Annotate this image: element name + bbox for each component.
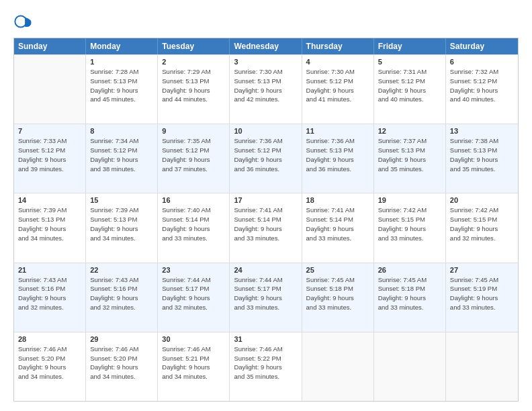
day-number: 2 — [162, 58, 225, 66]
day-number: 25 — [306, 266, 369, 274]
day-number: 14 — [18, 196, 81, 204]
calendar-row-1: 1Sunrise: 7:28 AM Sunset: 5:13 PM Daylig… — [14, 54, 518, 124]
day-info: Sunrise: 7:42 AM Sunset: 5:15 PM Dayligh… — [378, 205, 441, 242]
empty-cell — [302, 332, 374, 401]
day-info: Sunrise: 7:46 AM Sunset: 5:20 PM Dayligh… — [90, 345, 153, 381]
day-number: 18 — [306, 196, 369, 204]
day-number: 28 — [18, 335, 81, 343]
day-number: 1 — [90, 58, 153, 66]
day-info: Sunrise: 7:40 AM Sunset: 5:14 PM Dayligh… — [162, 205, 225, 242]
calendar-header: SundayMondayTuesdayWednesdayThursdayFrid… — [14, 38, 518, 54]
day-info: Sunrise: 7:46 AM Sunset: 5:21 PM Dayligh… — [162, 345, 225, 381]
day-cell-29: 29Sunrise: 7:46 AM Sunset: 5:20 PM Dayli… — [86, 332, 158, 401]
day-info: Sunrise: 7:36 AM Sunset: 5:13 PM Dayligh… — [306, 136, 369, 173]
day-cell-3: 3Sunrise: 7:30 AM Sunset: 5:13 PM Daylig… — [230, 55, 302, 124]
day-info: Sunrise: 7:45 AM Sunset: 5:18 PM Dayligh… — [306, 275, 369, 312]
day-info: Sunrise: 7:44 AM Sunset: 5:17 PM Dayligh… — [234, 275, 297, 312]
day-number: 9 — [162, 127, 225, 135]
empty-cell — [374, 332, 446, 401]
day-number: 15 — [90, 196, 153, 204]
header-day-monday: Monday — [86, 38, 158, 54]
day-cell-2: 2Sunrise: 7:29 AM Sunset: 5:13 PM Daylig… — [158, 55, 230, 124]
calendar-row-5: 28Sunrise: 7:46 AM Sunset: 5:20 PM Dayli… — [14, 332, 518, 401]
day-info: Sunrise: 7:43 AM Sunset: 5:16 PM Dayligh… — [90, 275, 153, 312]
header-day-friday: Friday — [374, 38, 446, 54]
day-cell-22: 22Sunrise: 7:43 AM Sunset: 5:16 PM Dayli… — [86, 263, 158, 332]
day-info: Sunrise: 7:41 AM Sunset: 5:14 PM Dayligh… — [234, 205, 297, 242]
day-number: 22 — [90, 266, 153, 274]
day-info: Sunrise: 7:46 AM Sunset: 5:22 PM Dayligh… — [234, 345, 297, 381]
day-info: Sunrise: 7:44 AM Sunset: 5:17 PM Dayligh… — [162, 275, 225, 312]
calendar-row-2: 7Sunrise: 7:33 AM Sunset: 5:12 PM Daylig… — [14, 124, 518, 193]
day-info: Sunrise: 7:30 AM Sunset: 5:12 PM Dayligh… — [306, 67, 369, 104]
day-number: 21 — [18, 266, 81, 274]
header — [13, 12, 519, 31]
day-cell-11: 11Sunrise: 7:36 AM Sunset: 5:13 PM Dayli… — [302, 124, 374, 193]
day-number: 30 — [162, 335, 225, 343]
day-cell-14: 14Sunrise: 7:39 AM Sunset: 5:13 PM Dayli… — [14, 193, 86, 262]
day-info: Sunrise: 7:39 AM Sunset: 5:13 PM Dayligh… — [90, 205, 153, 242]
day-number: 4 — [306, 58, 369, 66]
day-number: 11 — [306, 127, 369, 135]
day-number: 10 — [234, 127, 297, 135]
day-info: Sunrise: 7:38 AM Sunset: 5:13 PM Dayligh… — [450, 136, 514, 173]
day-cell-13: 13Sunrise: 7:38 AM Sunset: 5:13 PM Dayli… — [446, 124, 518, 193]
header-day-thursday: Thursday — [302, 38, 374, 54]
day-number: 3 — [234, 58, 297, 66]
day-cell-27: 27Sunrise: 7:45 AM Sunset: 5:19 PM Dayli… — [446, 263, 518, 332]
day-number: 6 — [450, 58, 514, 66]
day-number: 13 — [450, 127, 514, 135]
day-cell-16: 16Sunrise: 7:40 AM Sunset: 5:14 PM Dayli… — [158, 193, 230, 262]
svg-point-0 — [15, 15, 26, 27]
day-cell-4: 4Sunrise: 7:30 AM Sunset: 5:12 PM Daylig… — [302, 55, 374, 124]
day-cell-8: 8Sunrise: 7:34 AM Sunset: 5:12 PM Daylig… — [86, 124, 158, 193]
day-info: Sunrise: 7:45 AM Sunset: 5:19 PM Dayligh… — [450, 275, 514, 312]
day-info: Sunrise: 7:39 AM Sunset: 5:13 PM Dayligh… — [18, 205, 81, 242]
day-info: Sunrise: 7:41 AM Sunset: 5:14 PM Dayligh… — [306, 205, 369, 242]
page: SundayMondayTuesdayWednesdayThursdayFrid… — [0, 0, 532, 411]
day-number: 31 — [234, 335, 297, 343]
day-cell-17: 17Sunrise: 7:41 AM Sunset: 5:14 PM Dayli… — [230, 193, 302, 262]
day-cell-24: 24Sunrise: 7:44 AM Sunset: 5:17 PM Dayli… — [230, 263, 302, 332]
day-cell-12: 12Sunrise: 7:37 AM Sunset: 5:13 PM Dayli… — [374, 124, 446, 193]
day-cell-28: 28Sunrise: 7:46 AM Sunset: 5:20 PM Dayli… — [14, 332, 86, 401]
day-number: 8 — [90, 127, 153, 135]
day-info: Sunrise: 7:43 AM Sunset: 5:16 PM Dayligh… — [18, 275, 81, 312]
empty-cell — [14, 55, 86, 124]
day-cell-18: 18Sunrise: 7:41 AM Sunset: 5:14 PM Dayli… — [302, 193, 374, 262]
day-number: 12 — [378, 127, 441, 135]
calendar-row-4: 21Sunrise: 7:43 AM Sunset: 5:16 PM Dayli… — [14, 263, 518, 332]
day-info: Sunrise: 7:31 AM Sunset: 5:12 PM Dayligh… — [378, 67, 441, 104]
calendar-row-3: 14Sunrise: 7:39 AM Sunset: 5:13 PM Dayli… — [14, 193, 518, 262]
day-info: Sunrise: 7:32 AM Sunset: 5:12 PM Dayligh… — [450, 67, 514, 104]
day-cell-21: 21Sunrise: 7:43 AM Sunset: 5:16 PM Dayli… — [14, 263, 86, 332]
day-cell-20: 20Sunrise: 7:42 AM Sunset: 5:15 PM Dayli… — [446, 193, 518, 262]
header-day-tuesday: Tuesday — [158, 38, 230, 54]
day-info: Sunrise: 7:29 AM Sunset: 5:13 PM Dayligh… — [162, 67, 225, 104]
day-info: Sunrise: 7:42 AM Sunset: 5:15 PM Dayligh… — [450, 205, 514, 242]
day-info: Sunrise: 7:34 AM Sunset: 5:12 PM Dayligh… — [90, 136, 153, 173]
day-number: 19 — [378, 196, 441, 204]
day-info: Sunrise: 7:36 AM Sunset: 5:12 PM Dayligh… — [234, 136, 297, 173]
day-cell-7: 7Sunrise: 7:33 AM Sunset: 5:12 PM Daylig… — [14, 124, 86, 193]
header-day-wednesday: Wednesday — [230, 38, 302, 54]
day-cell-15: 15Sunrise: 7:39 AM Sunset: 5:13 PM Dayli… — [86, 193, 158, 262]
empty-cell — [446, 332, 518, 401]
day-cell-23: 23Sunrise: 7:44 AM Sunset: 5:17 PM Dayli… — [158, 263, 230, 332]
day-number: 7 — [18, 127, 81, 135]
day-cell-6: 6Sunrise: 7:32 AM Sunset: 5:12 PM Daylig… — [446, 55, 518, 124]
day-info: Sunrise: 7:37 AM Sunset: 5:13 PM Dayligh… — [378, 136, 441, 173]
day-info: Sunrise: 7:28 AM Sunset: 5:13 PM Dayligh… — [90, 67, 153, 104]
day-number: 23 — [162, 266, 225, 274]
day-number: 17 — [234, 196, 297, 204]
day-info: Sunrise: 7:46 AM Sunset: 5:20 PM Dayligh… — [18, 345, 81, 381]
day-cell-10: 10Sunrise: 7:36 AM Sunset: 5:12 PM Dayli… — [230, 124, 302, 193]
day-cell-31: 31Sunrise: 7:46 AM Sunset: 5:22 PM Dayli… — [230, 332, 302, 401]
day-cell-5: 5Sunrise: 7:31 AM Sunset: 5:12 PM Daylig… — [374, 55, 446, 124]
day-number: 24 — [234, 266, 297, 274]
day-number: 27 — [450, 266, 514, 274]
logo — [13, 12, 35, 31]
day-cell-9: 9Sunrise: 7:35 AM Sunset: 5:12 PM Daylig… — [158, 124, 230, 193]
header-day-saturday: Saturday — [446, 38, 518, 54]
day-info: Sunrise: 7:45 AM Sunset: 5:18 PM Dayligh… — [378, 275, 441, 312]
